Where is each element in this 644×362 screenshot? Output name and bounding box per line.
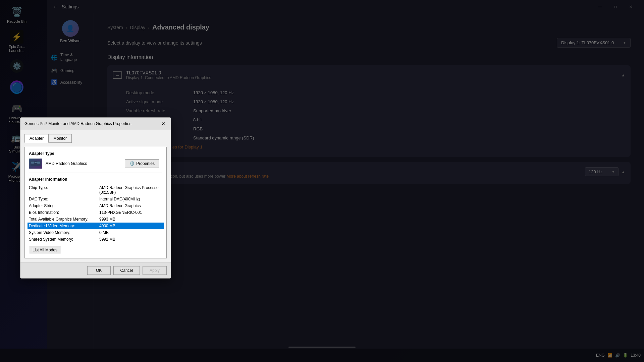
info-row-total-graphics-memory: Total Available Graphics Memory: 9993 MB bbox=[29, 216, 162, 223]
info-row-dedicated-video-memory: Dedicated Video Memory: 4000 MB bbox=[28, 223, 164, 229]
adapter-info-section-title: Adapter Information bbox=[29, 177, 162, 182]
info-value-shared-system-memory: 5992 MB bbox=[99, 237, 115, 242]
info-label-dedicated-video-memory: Dedicated Video Memory: bbox=[29, 224, 99, 228]
adapter-name: AMD Radeon Graphics bbox=[46, 161, 87, 166]
svg-rect-3 bbox=[37, 162, 40, 164]
adapter-info-table: Chip Type: AMD Radeon Graphics Processor… bbox=[29, 184, 162, 243]
info-value-bios-info: 113-PHXGENERIC-001 bbox=[99, 210, 142, 215]
tab-adapter[interactable]: Adapter bbox=[24, 134, 49, 143]
modal-close-button[interactable]: ✕ bbox=[160, 120, 167, 127]
list-all-modes-button[interactable]: List All Modes bbox=[29, 246, 61, 254]
info-row-shared-system-memory: Shared System Memory: 5992 MB bbox=[29, 236, 162, 243]
info-label-chip-type: Chip Type: bbox=[29, 185, 99, 195]
ok-button[interactable]: OK bbox=[87, 266, 111, 275]
info-label-total-graphics-memory: Total Available Graphics Memory: bbox=[29, 217, 99, 222]
modal-body: Adapter Monitor Adapter Type bbox=[20, 130, 171, 262]
modal-title: Generic PnP Monitor and AMD Radeon Graph… bbox=[24, 121, 131, 126]
properties-button[interactable]: 🛡️ Properties bbox=[125, 159, 159, 168]
svg-rect-2 bbox=[35, 162, 37, 163]
info-row-chip-type: Chip Type: AMD Radeon Graphics Processor… bbox=[29, 184, 162, 196]
info-value-dedicated-video-memory: 4000 MB bbox=[99, 224, 115, 228]
modal-titlebar: Generic PnP Monitor and AMD Radeon Graph… bbox=[20, 118, 171, 130]
info-value-total-graphics-memory: 9993 MB bbox=[99, 217, 115, 222]
info-label-adapter-string: Adapter String: bbox=[29, 203, 99, 208]
adapter-row: AMD Radeon Graphics 🛡️ Properties bbox=[29, 159, 162, 173]
cancel-button[interactable]: Cancel bbox=[113, 266, 140, 275]
modal-overlay: Generic PnP Monitor and AMD Radeon Graph… bbox=[0, 0, 644, 362]
info-value-dac-type: Internal DAC(400MHz) bbox=[99, 197, 140, 201]
properties-btn-label: Properties bbox=[136, 161, 155, 166]
adapter-type-label: Adapter Type bbox=[29, 151, 162, 156]
info-label-dac-type: DAC Type: bbox=[29, 197, 99, 201]
info-value-chip-type: AMD Radeon Graphics Processor (0x15BF) bbox=[99, 185, 162, 195]
info-row-system-video-memory: System Video Memory: 0 MB bbox=[29, 229, 162, 236]
info-row-adapter-string: Adapter String: AMD Radeon Graphics bbox=[29, 202, 162, 209]
info-label-system-video-memory: System Video Memory: bbox=[29, 230, 99, 235]
info-row-bios-info: Bios Information: 113-PHXGENERIC-001 bbox=[29, 209, 162, 216]
modal-footer: OK Cancel Apply bbox=[20, 262, 171, 278]
properties-shield-icon: 🛡️ bbox=[129, 161, 135, 166]
svg-rect-1 bbox=[31, 162, 34, 164]
info-value-system-video-memory: 0 MB bbox=[99, 230, 109, 235]
adapter-icon bbox=[29, 159, 42, 169]
info-row-dac-type: DAC Type: Internal DAC(400MHz) bbox=[29, 196, 162, 202]
tab-monitor[interactable]: Monitor bbox=[48, 134, 72, 143]
apply-button[interactable]: Apply bbox=[143, 266, 167, 275]
modal-tabs: Adapter Monitor bbox=[24, 134, 167, 143]
info-value-adapter-string: AMD Radeon Graphics bbox=[99, 203, 141, 208]
modal-tab-content: Adapter Type AMD Radeon Graphics 🛡️ P bbox=[24, 147, 167, 258]
info-label-shared-system-memory: Shared System Memory: bbox=[29, 237, 99, 242]
info-label-bios-info: Bios Information: bbox=[29, 210, 99, 215]
properties-modal: Generic PnP Monitor and AMD Radeon Graph… bbox=[20, 117, 171, 279]
